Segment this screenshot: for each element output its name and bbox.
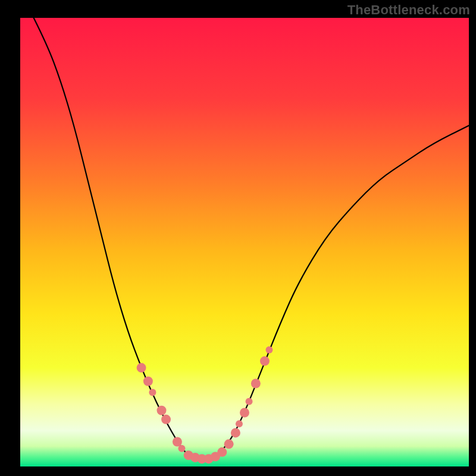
watermark-text: TheBottleneck.com: [347, 2, 470, 18]
chart-svg: [20, 18, 469, 466]
data-marker: [217, 447, 227, 457]
data-marker: [143, 377, 153, 386]
data-marker: [240, 408, 249, 418]
gradient-background: [20, 18, 469, 466]
data-marker: [161, 415, 171, 424]
data-marker: [224, 439, 234, 449]
data-marker: [173, 437, 182, 447]
plot-area: [20, 18, 469, 466]
data-marker: [260, 356, 270, 366]
data-marker: [236, 420, 243, 427]
data-marker: [157, 406, 167, 415]
data-marker: [265, 346, 273, 353]
bottleneck-chart: TheBottleneck.com: [0, 0, 476, 476]
data-marker: [246, 398, 253, 405]
data-marker: [149, 389, 156, 396]
data-marker: [137, 363, 146, 372]
data-marker: [251, 379, 261, 389]
data-marker: [231, 428, 240, 437]
data-marker: [178, 445, 185, 452]
